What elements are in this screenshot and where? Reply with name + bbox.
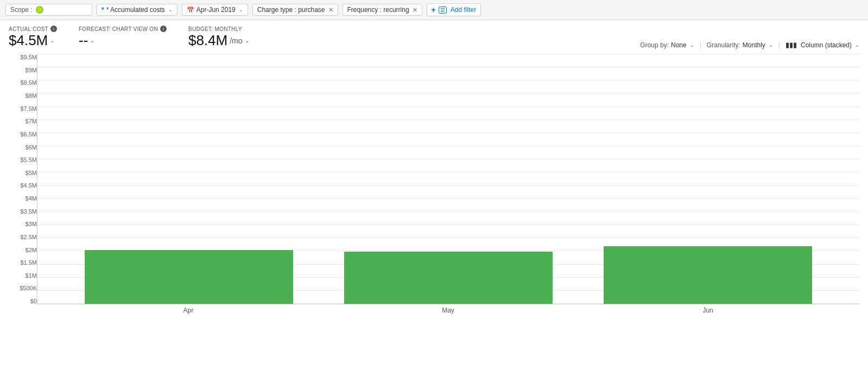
frequency-filter: Frequency : recurring ✕ (343, 4, 422, 16)
calendar-icon: 📅 (187, 7, 194, 14)
bar-group-may (330, 54, 567, 304)
view-type-label: Column (stacked) (801, 41, 852, 49)
bar-group-apr (71, 54, 307, 304)
y-axis-label-7: $3.5M (9, 209, 37, 215)
toolbar: Scope : * * Accumulated costs ⌄ 📅 Apr-Ju… (0, 0, 868, 20)
y-axis-label-0: $0 (9, 298, 37, 304)
remove-charge-type-button[interactable]: ✕ (328, 7, 333, 14)
granularity-value: Monthly (743, 41, 765, 49)
x-label-apr: Apr (70, 307, 307, 314)
x-axis-inner: Apr May Jun (37, 307, 859, 314)
x-label-may: May (330, 307, 567, 314)
actual-cost-label: ACTUAL COST i (9, 26, 57, 32)
add-filter-icon: + (432, 5, 436, 14)
scope-dot (36, 6, 43, 14)
budget-chevron[interactable]: ⌄ (245, 38, 249, 43)
accumulated-costs-label: * Accumulated costs (106, 6, 165, 14)
y-axis: $0$500K$1M$1.5M$2M$2.5M$3M$3.5M$4M$4.5M$… (9, 54, 37, 304)
y-axis-label-16: $8M (9, 93, 37, 99)
chart-column-icon: ▮▮▮ (785, 41, 797, 49)
accumulated-costs-button[interactable]: * * Accumulated costs ⌄ (97, 4, 178, 16)
date-range-button[interactable]: 📅 Apr-Jun 2019 ⌄ (182, 4, 248, 16)
add-filter-button[interactable]: + ☰ Add filter (427, 3, 481, 16)
bar-may[interactable] (344, 252, 553, 304)
x-axis: Apr May Jun (0, 307, 868, 314)
y-axis-label-13: $6.5M (9, 132, 37, 138)
chart-controls: Group by: None ⌄ | Granularity: Monthly … (640, 41, 859, 49)
chevron-down-icon: ⌄ (168, 7, 173, 13)
frequency-label: Frequency : recurring (347, 6, 409, 14)
bar-jun[interactable] (604, 246, 812, 304)
y-axis-label-1: $500K (9, 285, 37, 291)
forecast-info-icon[interactable]: i (160, 26, 167, 32)
y-axis-label-14: $7M (9, 118, 37, 124)
y-axis-label-15: $7.5M (9, 106, 37, 112)
budget-value: $8.4M /mo ⌄ (188, 32, 249, 49)
y-axis-label-4: $2M (9, 247, 37, 253)
y-axis-label-9: $4.5M (9, 183, 37, 189)
scope-selector[interactable]: Scope : (5, 4, 92, 16)
filter-icon-box: ☰ (439, 7, 447, 14)
date-range-label: Apr-Jun 2019 (197, 6, 236, 14)
y-axis-label-17: $8.5M (9, 80, 37, 86)
x-gap-1 (307, 307, 330, 314)
scope-label: Scope : (10, 6, 33, 14)
bars-container (37, 54, 859, 304)
x-label-jun: Jun (590, 307, 827, 314)
chevron-down-icon-date: ⌄ (239, 7, 243, 13)
forecast-value: -- ⌄ (79, 32, 167, 49)
y-axis-label-5: $2.5M (9, 234, 37, 240)
y-axis-label-11: $5.5M (9, 157, 37, 163)
group-by-value: None (671, 41, 687, 49)
budget-label: BUDGET: MONTHLY (188, 26, 249, 32)
forecast-metric: FORECAST: CHART VIEW ON i -- ⌄ (79, 26, 167, 49)
actual-cost-metric: ACTUAL COST i $4.5M ⌄ (9, 26, 57, 49)
actual-cost-value: $4.5M ⌄ (9, 32, 57, 49)
x-gap-2 (567, 307, 590, 314)
asterisk-icon: * (102, 6, 104, 14)
metrics-row: ACTUAL COST i $4.5M ⌄ FORECAST: CHART VI… (0, 20, 868, 51)
budget-metric: BUDGET: MONTHLY $8.4M /mo ⌄ (188, 26, 249, 49)
chart-body (37, 54, 859, 304)
y-axis-label-19: $9.5M (9, 54, 37, 60)
charge-type-label: Charge type : purchase (257, 6, 325, 14)
bar-apr[interactable] (85, 250, 293, 304)
budget-unit: /mo (230, 36, 242, 45)
y-axis-label-12: $6M (9, 145, 37, 151)
actual-cost-chevron[interactable]: ⌄ (50, 38, 54, 43)
y-axis-label-6: $3M (9, 221, 37, 227)
y-axis-label-10: $5M (9, 170, 37, 176)
y-axis-label-8: $4M (9, 196, 37, 202)
forecast-chevron[interactable]: ⌄ (90, 38, 94, 43)
group-by-chevron[interactable]: ⌄ (690, 42, 694, 48)
view-type-chevron[interactable]: ⌄ (855, 42, 859, 48)
group-by-label: Group by: (640, 41, 669, 49)
main-container: Scope : * * Accumulated costs ⌄ 📅 Apr-Ju… (0, 0, 868, 314)
charge-type-filter: Charge type : purchase ✕ (252, 4, 338, 16)
actual-cost-info-icon[interactable]: i (50, 26, 57, 32)
add-filter-label: Add filter (451, 6, 476, 14)
y-axis-label-3: $1.5M (9, 260, 37, 266)
granularity-chevron[interactable]: ⌄ (769, 42, 773, 48)
ctrl-sep-1: | (700, 41, 701, 49)
ctrl-sep-2: | (778, 41, 780, 49)
chart-wrapper: $0$500K$1M$1.5M$2M$2.5M$3M$3.5M$4M$4.5M$… (0, 51, 868, 304)
remove-frequency-button[interactable]: ✕ (413, 7, 417, 14)
y-axis-label-18: $9M (9, 67, 37, 73)
granularity-label: Granularity: (707, 41, 740, 49)
y-axis-label-2: $1M (9, 273, 37, 279)
forecast-label: FORECAST: CHART VIEW ON i (79, 26, 167, 32)
bar-group-jun (590, 54, 826, 304)
